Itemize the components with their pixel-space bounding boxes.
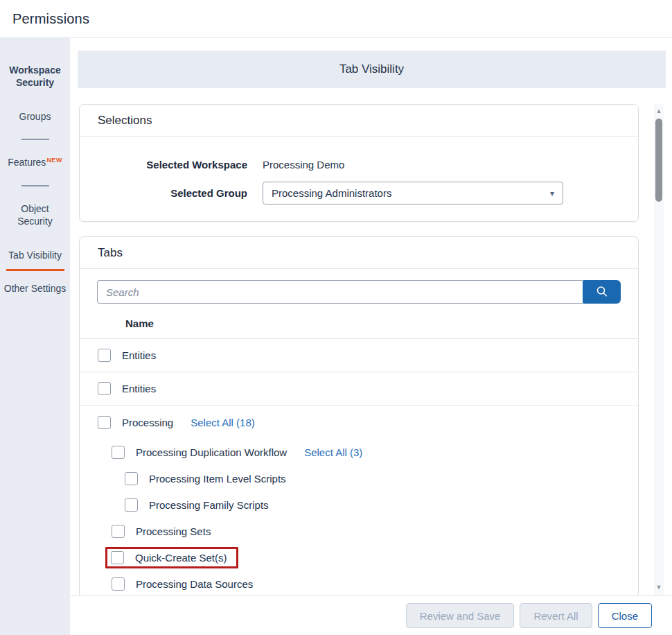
scroll-up-icon[interactable]: ▲ — [654, 106, 664, 116]
sidebar-item-label: Tab Visibility — [8, 250, 62, 261]
sidebar-item-groups[interactable]: Groups — [0, 100, 70, 133]
selections-panel-title: Selections — [80, 105, 638, 137]
scroll-down-icon[interactable]: ▼ — [654, 582, 664, 592]
row-content: Entities — [98, 349, 156, 362]
sidebar-item-label: Groups — [19, 111, 51, 122]
tab-row-processing-data-sources: Processing Data Sources — [80, 571, 638, 595]
row-checkbox[interactable] — [125, 498, 138, 512]
sidebar-divider — [21, 185, 49, 186]
content-area: Tab Visibility Selections Selected Works… — [70, 38, 672, 635]
vertical-scrollbar[interactable]: ▲ ▼ — [654, 104, 664, 595]
window-header: Permissions — [0, 0, 672, 38]
tab-visibility-header: Tab Visibility — [78, 51, 666, 88]
row-label: Processing Duplication Workflow — [136, 446, 287, 458]
sidebar-divider — [21, 139, 49, 140]
row-content: Processing Item Level Scripts — [125, 472, 286, 485]
permissions-window: Permissions Workspace SecurityGroupsFeat… — [0, 0, 672, 635]
sidebar-item-label: Other Settings — [4, 283, 67, 294]
row-content: Entities — [98, 382, 156, 395]
row-checkbox[interactable] — [112, 577, 125, 591]
row-checkbox[interactable] — [125, 472, 138, 485]
row-content: Processing — [98, 416, 173, 429]
tabs-panel: Tabs — [79, 236, 639, 595]
row-checkbox[interactable] — [112, 446, 125, 459]
selections-panel: Selections Selected Workspace Processing… — [79, 104, 639, 222]
page-title: Tab Visibility — [339, 62, 404, 76]
sidebar-item-object-security[interactable]: Object Security — [0, 192, 70, 238]
row-checkbox[interactable] — [112, 525, 125, 538]
sidebar-item-workspace-security[interactable]: Workspace Security — [0, 53, 70, 100]
review-and-save-button[interactable]: Review and Save — [406, 603, 515, 628]
row-content: Processing Data Sources — [112, 577, 253, 591]
sidebar-item-tab-visibility[interactable]: Tab Visibility — [0, 238, 70, 272]
row-label: Processing Item Level Scripts — [149, 473, 286, 485]
selected-group-value: Processing Administrators — [272, 187, 391, 199]
selected-group-label: Selected Group — [80, 187, 247, 199]
sidebar-item-label: Object Security — [17, 203, 53, 227]
window-title: Permissions — [12, 11, 89, 27]
row-content: Processing Duplication Workflow — [112, 446, 287, 459]
row-checkbox[interactable] — [111, 551, 124, 564]
row-content: Processing Sets — [112, 525, 211, 538]
row-label: Processing — [122, 417, 173, 428]
tab-row-processing-duplication-workflow: Processing Duplication WorkflowSelect Al… — [80, 439, 638, 465]
row-checkbox[interactable] — [98, 416, 111, 429]
selected-workspace-label: Selected Workspace — [80, 159, 247, 171]
selected-workspace-value: Processing Demo — [263, 159, 344, 171]
highlight-box: Quick-Create Set(s) — [105, 547, 238, 568]
sidebar-item-other-settings[interactable]: Other Settings — [0, 272, 70, 305]
sidebar-item-label: Features — [8, 157, 46, 168]
tab-row-processing-family-scripts: Processing Family Scripts — [80, 492, 638, 518]
selected-workspace-row: Selected Workspace Processing Demo — [80, 159, 638, 171]
tab-rows-list: EntitiesEntitiesProcessingSelect All (18… — [80, 339, 638, 595]
tab-row-processing-sets: Processing Sets — [80, 518, 638, 544]
row-label: Quick-Create Set(s) — [135, 552, 227, 564]
tab-row-entities: Entities — [80, 372, 638, 406]
search-button[interactable] — [583, 280, 621, 304]
row-label: Processing Family Scripts — [149, 499, 269, 511]
chevron-down-icon: ▾ — [550, 189, 554, 198]
search-input[interactable] — [97, 280, 583, 304]
new-badge: NEW — [46, 157, 62, 164]
selected-group-dropdown[interactable]: Processing Administrators ▾ — [263, 182, 563, 205]
sidebar-item-features[interactable]: FeaturesNEW — [0, 146, 70, 179]
row-label: Entities — [122, 349, 156, 361]
row-checkbox[interactable] — [98, 349, 111, 362]
tabs-panel-title: Tabs — [80, 237, 638, 269]
sidebar: Workspace SecurityGroupsFeaturesNEWObjec… — [0, 38, 70, 635]
select-all-link[interactable]: Select All (3) — [304, 446, 362, 458]
magnifier-icon — [595, 285, 609, 299]
row-checkbox[interactable] — [98, 382, 111, 395]
select-all-link[interactable]: Select All (18) — [191, 417, 255, 428]
tab-row-entities: Entities — [80, 339, 638, 372]
scroll-area: Selections Selected Workspace Processing… — [70, 88, 672, 595]
tab-row-quick-create-set-s: Quick-Create Set(s) — [80, 544, 638, 571]
revert-all-button[interactable]: Revert All — [520, 603, 592, 628]
scrollbar-thumb[interactable] — [655, 119, 662, 202]
row-label: Processing Data Sources — [136, 578, 253, 590]
close-button[interactable]: Close — [598, 603, 652, 628]
row-label: Entities — [122, 383, 156, 394]
row-content: Processing Family Scripts — [125, 498, 269, 512]
tab-row-processing-item-level-scripts: Processing Item Level Scripts — [80, 465, 638, 492]
name-column-header: Name — [80, 304, 638, 339]
selected-group-row: Selected Group Processing Administrators… — [80, 182, 638, 205]
sidebar-item-label: Workspace Security — [9, 64, 60, 88]
footer-actions: Review and SaveRevert AllClose — [70, 595, 672, 635]
row-label: Processing Sets — [136, 525, 211, 537]
tab-row-processing: ProcessingSelect All (18) — [80, 406, 638, 439]
